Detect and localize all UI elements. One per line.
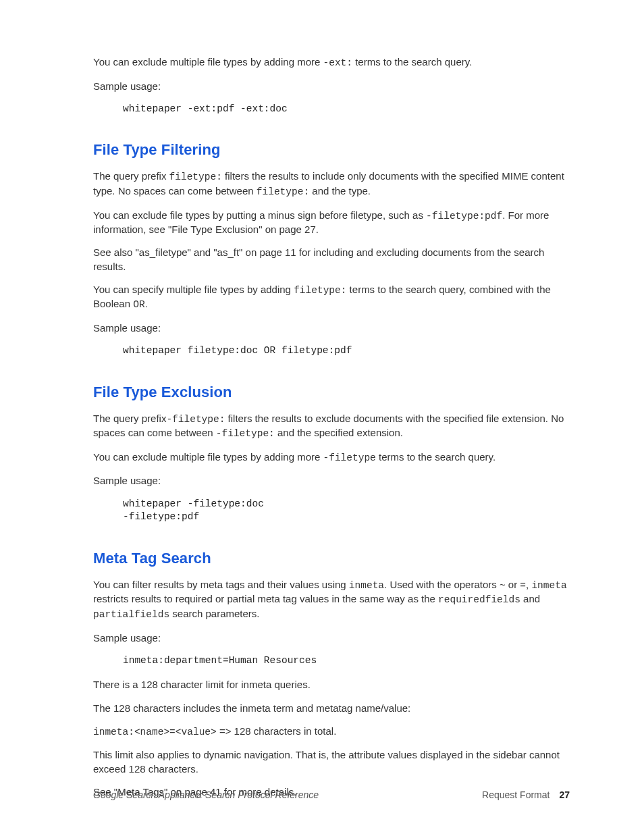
- footer-doc-title: Google Search Appliance: Search Protocol…: [93, 789, 319, 800]
- inline-code: partialfields: [93, 609, 169, 620]
- text: The query prefix: [93, 413, 166, 424]
- sample-usage-label: Sample usage:: [93, 631, 570, 645]
- inline-code: -filetype:: [166, 414, 225, 425]
- inline-code: OR: [133, 299, 144, 310]
- inline-code: inmeta:<name>=<value>: [93, 727, 217, 737]
- intro-paragraph: You can exclude multiple file types by a…: [93, 55, 570, 70]
- text: restricts results to required or partial…: [93, 593, 438, 604]
- text: The query prefix: [93, 170, 169, 182]
- text: => 128 characters in total.: [217, 725, 337, 737]
- paragraph: You can filter results by meta tags and …: [93, 578, 570, 622]
- text: and the type.: [309, 185, 371, 197]
- paragraph: The query prefix-filetype: filters the r…: [93, 412, 570, 441]
- inline-code: -filetype:pdf: [426, 211, 502, 221]
- text: search parameters.: [169, 608, 259, 619]
- paragraph: The query prefix filetype: filters the r…: [93, 170, 570, 199]
- inline-code: ~: [500, 580, 506, 591]
- page: You can exclude multiple file types by a…: [0, 0, 644, 834]
- inline-code: -filetype:: [216, 428, 275, 439]
- paragraph: You can exclude file types by putting a …: [93, 209, 570, 237]
- code-block: whitepaper -ext:pdf -ext:doc: [123, 103, 570, 116]
- text: You can exclude multiple file types by a…: [93, 451, 323, 463]
- paragraph: inmeta:<name>=<value> => 128 characters …: [93, 725, 570, 739]
- text: terms to the search query.: [352, 56, 472, 68]
- page-number: 27: [559, 789, 570, 800]
- text: You can filter results by meta tags and …: [93, 579, 349, 590]
- footer-section: Request Format: [482, 789, 549, 800]
- heading-meta-tag-search: Meta Tag Search: [93, 550, 570, 567]
- text: and the specified extension.: [275, 427, 403, 438]
- sample-usage-label: Sample usage:: [93, 474, 570, 488]
- paragraph: You can exclude multiple file types by a…: [93, 450, 570, 465]
- inline-code: requiredfields: [438, 594, 520, 605]
- code-block: whitepaper -filetype:doc -filetype:pdf: [123, 498, 570, 524]
- paragraph: There is a 128 character limit for inmet…: [93, 678, 570, 692]
- heading-file-type-exclusion: File Type Exclusion: [93, 384, 570, 401]
- text: You can exclude multiple file types by a…: [93, 56, 323, 68]
- text: and: [520, 593, 540, 604]
- inline-code: filetype:: [294, 285, 346, 296]
- paragraph: See also "as_filetype" and "as_ft" on pa…: [93, 246, 570, 273]
- text: . Used with the operators: [384, 579, 500, 590]
- inline-code: filetype:: [257, 186, 309, 197]
- paragraph: You can specify multiple file types by a…: [93, 283, 570, 312]
- paragraph: The 128 characters includes the inmeta t…: [93, 702, 570, 715]
- inline-code: =: [520, 580, 526, 591]
- text: terms to the search query.: [376, 451, 495, 463]
- heading-file-type-filtering: File Type Filtering: [93, 141, 570, 159]
- inline-code: inmeta: [349, 580, 384, 591]
- sample-usage-label: Sample usage:: [93, 80, 570, 93]
- paragraph: This limit also applies to dynamic navig…: [93, 748, 570, 776]
- inline-code: inmeta: [531, 580, 566, 591]
- page-footer: Google Search Appliance: Search Protocol…: [93, 789, 570, 800]
- inline-code: filetype:: [169, 172, 222, 182]
- text: You can exclude file types by putting a …: [93, 209, 426, 221]
- code-block: whitepaper filetype:doc OR filetype:pdf: [123, 344, 570, 358]
- text: You can specify multiple file types by a…: [93, 284, 294, 295]
- footer-right: Request Format27: [482, 789, 570, 800]
- code-block: inmeta:department=Human Resources: [123, 654, 570, 668]
- inline-code: -ext:: [323, 57, 352, 68]
- sample-usage-label: Sample usage:: [93, 321, 570, 335]
- text: .: [145, 298, 148, 309]
- inline-code: -filetype: [323, 452, 375, 463]
- text: or: [506, 579, 520, 590]
